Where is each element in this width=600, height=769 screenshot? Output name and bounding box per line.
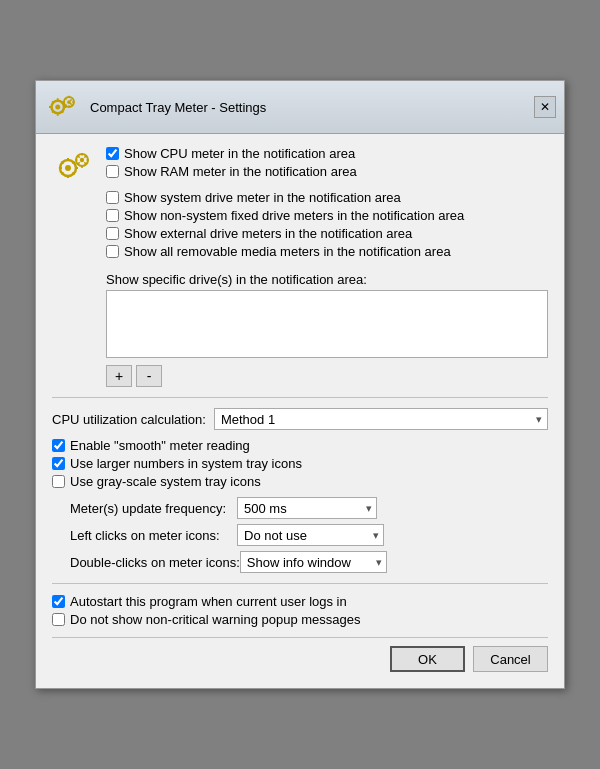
checkboxes-middle: Enable "smooth" meter reading Use larger… [52,438,548,489]
checkbox-row-smooth: Enable "smooth" meter reading [52,438,548,453]
checkbox-sys-drive[interactable] [106,191,119,204]
label-larger: Use larger numbers in system tray icons [70,456,302,471]
checkbox-row-larger: Use larger numbers in system tray icons [52,456,548,471]
svg-point-5 [65,165,71,171]
checkbox-row-ram: Show RAM meter in the notification area [106,164,548,179]
app-icon [44,87,84,127]
label-grayscale: Use gray-scale system tray icons [70,474,261,489]
cpu-calc-select[interactable]: Method 1 Method 2 [214,408,548,430]
cpu-calc-label: CPU utilization calculation: [52,412,206,427]
double-clicks-label: Double-clicks on meter icons: [52,555,240,570]
label-removable: Show all removable media meters in the n… [124,244,451,259]
button-row: OK Cancel [52,637,548,676]
frequency-row: Meter(s) update frequency: 500 ms 1000 m… [52,497,548,519]
label-sys-drive: Show system drive meter in the notificat… [124,190,401,205]
label-ext: Show external drive meters in the notifi… [124,226,412,241]
left-clicks-row: Left clicks on meter icons: Do not use S… [52,524,548,546]
close-button[interactable]: ✕ [534,96,556,118]
frequency-select[interactable]: 500 ms 1000 ms 250 ms [237,497,377,519]
checkbox-ram[interactable] [106,165,119,178]
checkbox-row-warnings: Do not show non-critical warning popup m… [52,612,548,627]
cancel-button[interactable]: Cancel [473,646,548,672]
double-clicks-select[interactable]: Show info window Do not use Show context… [240,551,387,573]
ok-button[interactable]: OK [390,646,465,672]
settings-content: Show CPU meter in the notification area … [36,134,564,688]
left-clicks-label: Left clicks on meter icons: [52,528,237,543]
double-clicks-select-wrapper: Show info window Do not use Show context… [240,551,387,573]
title-bar: Compact Tray Meter - Settings ✕ [36,81,564,134]
checkbox-non-sys[interactable] [106,209,119,222]
icon-area [52,146,96,190]
svg-point-1 [55,105,60,110]
window-title: Compact Tray Meter - Settings [90,100,266,115]
settings-window: Compact Tray Meter - Settings ✕ Sho [35,80,565,689]
bottom-checkboxes: Autostart this program when current user… [52,594,548,627]
cpu-calc-row: CPU utilization calculation: Method 1 Me… [52,408,548,430]
checkboxes-top: Show CPU meter in the notification area … [106,146,548,262]
frequency-label: Meter(s) update frequency: [52,501,237,516]
checkbox-row-ext: Show external drive meters in the notifi… [106,226,548,241]
title-bar-left: Compact Tray Meter - Settings [44,87,266,127]
cpu-calc-select-wrapper: Method 1 Method 2 [214,408,548,430]
checkbox-larger[interactable] [52,457,65,470]
double-clicks-row: Double-clicks on meter icons: Show info … [52,551,548,573]
label-non-sys: Show non-system fixed drive meters in th… [124,208,464,223]
specific-drives-section: Show specific drive(s) in the notificati… [106,272,548,387]
separator-1 [52,397,548,398]
checkbox-autostart[interactable] [52,595,65,608]
large-gear-icon [52,146,96,190]
checkbox-removable[interactable] [106,245,119,258]
label-cpu: Show CPU meter in the notification area [124,146,355,161]
frequency-select-wrapper: 500 ms 1000 ms 250 ms [237,497,377,519]
specific-drives-label: Show specific drive(s) in the notificati… [106,272,548,287]
left-clicks-select-wrapper: Do not use Show info window Show context… [237,524,384,546]
drives-buttons: + - [106,365,548,387]
checkbox-smooth[interactable] [52,439,65,452]
add-drive-button[interactable]: + [106,365,132,387]
label-ram: Show RAM meter in the notification area [124,164,357,179]
checkbox-row-grayscale: Use gray-scale system tray icons [52,474,548,489]
checkbox-ext[interactable] [106,227,119,240]
remove-drive-button[interactable]: - [136,365,162,387]
separator-2 [52,583,548,584]
label-autostart: Autostart this program when current user… [70,594,347,609]
checkbox-cpu[interactable] [106,147,119,160]
top-section: Show CPU meter in the notification area … [52,146,548,262]
specific-drives-input[interactable] [106,290,548,358]
checkbox-row-sys-drive: Show system drive meter in the notificat… [106,190,548,205]
label-warnings: Do not show non-critical warning popup m… [70,612,361,627]
checkbox-grayscale[interactable] [52,475,65,488]
svg-point-7 [80,158,84,162]
left-clicks-select[interactable]: Do not use Show info window Show context… [237,524,384,546]
checkbox-row-non-sys: Show non-system fixed drive meters in th… [106,208,548,223]
label-smooth: Enable "smooth" meter reading [70,438,250,453]
checkbox-row-cpu: Show CPU meter in the notification area [106,146,548,161]
checkbox-warnings[interactable] [52,613,65,626]
checkbox-row-removable: Show all removable media meters in the n… [106,244,548,259]
checkbox-row-autostart: Autostart this program when current user… [52,594,548,609]
